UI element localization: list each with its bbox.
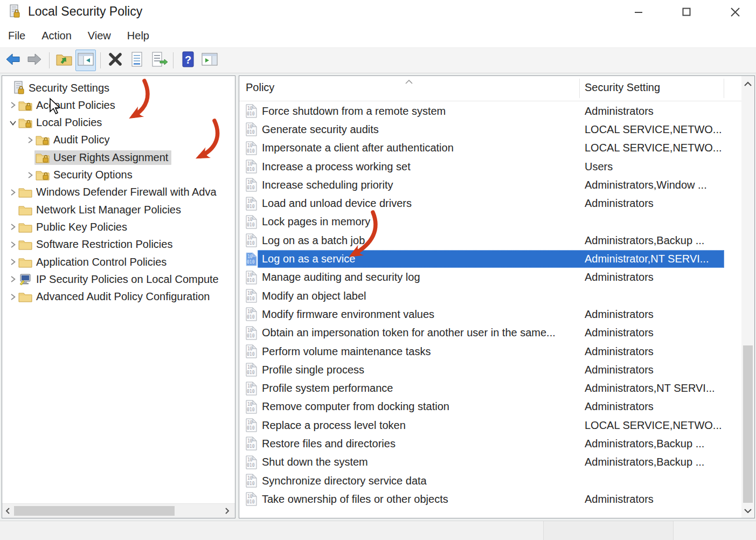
policy-row-perform-volume-maintenance-tasks[interactable]: 10010Perform volume maintenance tasksAdm… [239,342,741,361]
tree-item-security-settings[interactable]: Security Settings [2,79,235,96]
policy-row-replace-a-process-level-token[interactable]: 10010Replace a process level tokenLOCAL … [239,416,741,434]
back-icon [4,50,22,71]
back-button[interactable] [3,50,23,71]
policy-row-restore-files-and-directories[interactable]: 10010Restore files and directoriesAdmini… [239,434,741,453]
policy-row-force-shutdown-from-a-remote-system[interactable]: 10010Force shutdown from a remote system… [239,102,741,120]
up-one-level-icon [55,50,73,71]
properties-icon [128,50,146,71]
show-console-tree-button[interactable] [75,50,96,71]
tree-item-network-list-manager-policies[interactable]: Network List Manager Policies [2,201,235,218]
policy-list-pane: Policy Security Setting 10010Force shutd… [239,75,755,518]
tree-item-security-options[interactable]: Security Options [2,167,235,184]
policy-row-log-on-as-a-service[interactable]: 10010Log on as a serviceAdministrator,NT… [239,250,741,268]
policy-name: Log on as a batch job [262,234,365,247]
policy-name: Remove computer from docking station [262,400,449,413]
tree-item-local-policies[interactable]: Local Policies [2,114,235,131]
horizontal-scrollbar[interactable] [2,503,235,518]
chevron-collapsed-icon[interactable] [9,275,17,283]
menu-view[interactable]: View [88,30,111,42]
tree-item-user-rights-assignment[interactable]: User Rights Assignment [2,149,235,166]
policy-doc-icon: 10010 [246,141,257,155]
policy-row-remove-computer-from-docking-station[interactable]: 10010Remove computer from docking statio… [239,398,741,416]
vertical-scrollbar[interactable] [741,76,754,518]
policy-row-impersonate-a-client-after-authenticatio[interactable]: 10010Impersonate a client after authenti… [239,139,741,157]
tree-item-account-policies[interactable]: Account Policies [2,96,235,114]
policy-row-increase-a-process-working-set[interactable]: 10010Increase a process working setUsers [239,157,741,176]
chevron-collapsed-icon[interactable] [9,101,17,109]
forward-button[interactable] [24,50,45,71]
tree-item-label: Software Restriction Policies [36,238,172,251]
policy-row-load-and-unload-device-drivers[interactable]: 10010Load and unload device driversAdmin… [239,194,741,212]
policy-row-obtain-an-impersonation-token-for-anothe[interactable]: 10010Obtain an impersonation token for a… [239,324,741,342]
policy-doc-icon: 10010 [246,178,257,192]
show-action-pane-button[interactable] [199,50,220,71]
tree-item-public-key-policies[interactable]: Public Key Policies [2,218,235,236]
policy-doc-icon: 10010 [246,197,257,211]
tree-item-advanced-audit-policy-configuration[interactable]: Advanced Audit Policy Configuration [2,288,235,306]
security-setting-value: Administrators,Backup ... [585,456,736,468]
policy-doc-icon: 10010 [246,104,257,118]
maximize-button[interactable] [674,0,699,24]
chevron-collapsed-icon[interactable] [9,258,17,266]
policy-row-generate-security-audits[interactable]: 10010Generate security auditsLOCAL SERVI… [239,120,741,139]
chevron-collapsed-icon[interactable] [9,240,17,249]
policy-row-modify-an-object-label[interactable]: 10010Modify an object label [239,287,741,305]
policy-row-lock-pages-in-memory[interactable]: 10010Lock pages in memory [239,213,741,231]
column-divider[interactable] [579,79,580,98]
folder-lock-icon [36,134,50,146]
tree-item-label: Security Options [53,169,133,181]
tree-item-content: Security Settings [12,80,113,96]
scroll-down-arrow[interactable] [741,504,754,517]
policy-row-profile-system-performance[interactable]: 10010Profile system performanceAdministr… [239,379,741,397]
chevron-collapsed-icon[interactable] [26,136,34,144]
svg-text:010: 010 [247,130,255,135]
maximize-icon [682,8,691,16]
policy-row-increase-scheduling-priority[interactable]: 10010Increase scheduling priorityAdminis… [239,176,741,194]
security-setting-value: LOCAL SERVICE,NETWO... [585,123,736,136]
policy-row-manage-auditing-and-security-log[interactable]: 10010Manage auditing and security logAdm… [239,268,741,287]
close-button[interactable] [722,0,748,24]
scroll-left-arrow[interactable] [3,506,13,516]
policy-row-modify-firmware-environment-values[interactable]: 10010Modify firmware environment valuesA… [239,305,741,323]
policy-row-synchronize-directory-service-data[interactable]: 10010Synchronize directory service data [239,472,741,490]
help-button[interactable]: ? [178,50,198,71]
up-one-level-button[interactable] [54,50,74,71]
policy-row-profile-single-process[interactable]: 10010Profile single processAdministrator… [239,361,741,379]
tree-item-content: Advanced Audit Policy Configuration [17,289,213,304]
tree-item-windows-defender-firewall-with-adva[interactable]: Windows Defender Firewall with Adva [2,184,235,201]
policy-doc-icon: 10010 [246,289,257,303]
scroll-right-arrow[interactable] [222,506,232,516]
delete-button[interactable] [105,50,126,71]
tree-item-ip-security-policies-on-local-compute[interactable]: IP Security Policies on Local Compute [2,271,235,288]
horizontal-scrollbar-thumb[interactable] [14,506,175,516]
column-divider[interactable] [724,79,724,98]
menu-action[interactable]: Action [41,30,72,42]
menu-help[interactable]: Help [127,30,149,42]
tree-item-audit-policy[interactable]: Audit Policy [2,131,235,149]
chevron-expanded-icon[interactable] [9,119,17,127]
scroll-up-arrow[interactable] [741,77,754,90]
column-header-policy[interactable]: Policy [246,81,274,94]
policy-name: Manage auditing and security log [262,271,420,283]
menu-file[interactable]: File [8,30,25,42]
chevron-collapsed-icon[interactable] [9,188,17,197]
column-header-security-setting[interactable]: Security Setting [585,81,660,94]
policy-row-log-on-as-a-batch-job[interactable]: 10010Log on as a batch jobAdministrators… [239,231,741,250]
svg-text:010: 010 [247,296,255,301]
tree-item-software-restriction-policies[interactable]: Software Restriction Policies [2,236,235,253]
minimize-button[interactable] [626,0,651,24]
chevron-collapsed-icon[interactable] [9,223,17,231]
export-list-button[interactable] [148,50,169,71]
policy-row-take-ownership-of-files-or-other-objects[interactable]: 10010Take ownership of files or other ob… [239,490,741,508]
policy-row-shut-down-the-system[interactable]: 10010Shut down the systemAdministrators,… [239,453,741,472]
export-list-icon [149,50,168,71]
properties-button[interactable] [127,50,147,71]
tree-item-application-control-policies[interactable]: Application Control Policies [2,253,235,271]
vertical-scrollbar-thumb[interactable] [743,345,753,503]
tree-item-label: Windows Defender Firewall with Adva [36,186,217,198]
chevron-collapsed-icon[interactable] [9,293,17,301]
chevron-collapsed-icon[interactable] [26,171,34,179]
show-console-tree-icon [77,50,95,71]
policy-doc-icon: 10010 [246,492,257,506]
svg-text:010: 010 [247,278,255,283]
